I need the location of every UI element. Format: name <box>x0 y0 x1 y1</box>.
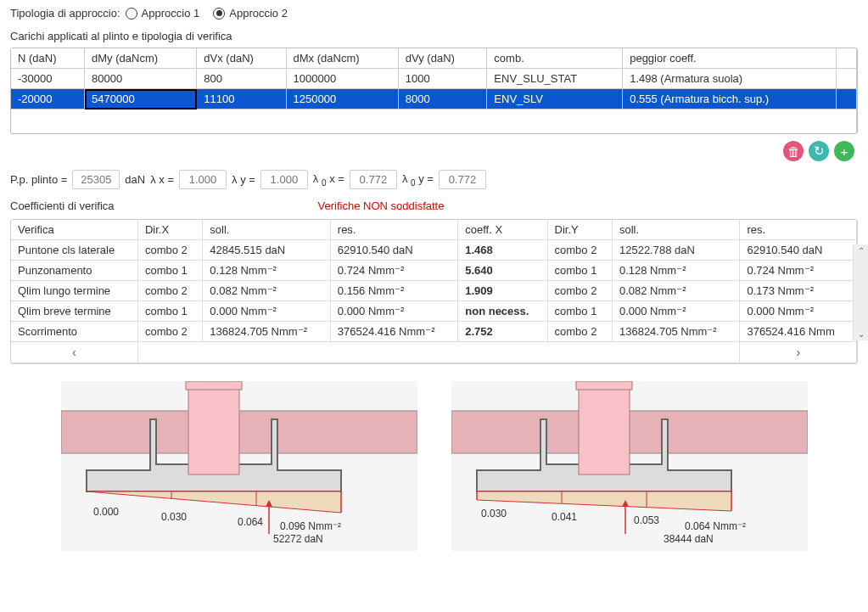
coef-row[interactable]: Puntone cls laterale combo 2 42845.515 d… <box>11 240 857 261</box>
scroll-right-button[interactable]: › <box>740 342 857 363</box>
cell[interactable]: 11100 <box>197 89 286 109</box>
diag-label: 0.064 Nmm⁻² <box>685 520 746 532</box>
coef-row[interactable]: Punzonamento combo 1 0.128 Nmm⁻² 0.724 N… <box>11 261 857 281</box>
refresh-icon: ↻ <box>814 143 825 159</box>
radio-icon <box>213 8 225 20</box>
cell[interactable]: 8000 <box>399 89 488 109</box>
cell: 0.082 Nmm⁻² <box>203 281 330 301</box>
cell[interactable] <box>837 89 857 109</box>
diag-label: 0.041 <box>552 511 577 523</box>
add-button[interactable]: + <box>834 141 854 161</box>
chevron-down-icon[interactable]: ⌄ <box>854 329 868 339</box>
diagrams-area: 0.000 0.030 0.064 0.096 Nmm⁻² 52272 daN … <box>0 364 868 576</box>
lox-label: λ 0 x = <box>313 172 344 188</box>
cell[interactable]: 80000 <box>85 69 197 89</box>
cell: 62910.540 daN <box>740 240 857 261</box>
ly-input[interactable] <box>260 170 308 189</box>
table-empty-row <box>11 109 857 133</box>
cell: Puntone cls laterale <box>11 240 138 261</box>
scroll-track[interactable] <box>138 342 741 363</box>
col-header: Dir.X <box>138 220 203 240</box>
cell[interactable]: -30000 <box>11 69 85 89</box>
cell: 0.173 Nmm⁻² <box>740 281 857 301</box>
verification-warning: Verifiche NON soddisfatte <box>318 199 445 212</box>
diag-label: 38444 daN <box>664 533 714 545</box>
loads-section-title: Carichi applicati al plinto e tipologia … <box>10 30 858 42</box>
cell: 0.000 Nmm⁻² <box>203 301 330 322</box>
cell[interactable]: -20000 <box>11 89 85 109</box>
scroll-left-button[interactable]: ‹ <box>11 342 138 363</box>
cell: 0.724 Nmm⁻² <box>331 261 458 281</box>
diag-label: 0.053 <box>634 514 659 526</box>
approach-selector: Tipologia di approccio: Approccio 1 Appr… <box>0 0 868 26</box>
coef-title: Coefficienti di verifica <box>10 199 115 212</box>
svg-rect-3 <box>186 381 242 390</box>
loy-input[interactable] <box>439 170 486 189</box>
loads-actions: 🗑 ↻ + <box>0 134 868 165</box>
cell: combo 2 <box>548 281 613 301</box>
diag-label: 0.000 <box>93 506 119 518</box>
refresh-button[interactable]: ↻ <box>809 141 829 161</box>
cell[interactable] <box>837 69 857 89</box>
cell[interactable]: 800 <box>197 69 286 89</box>
cell: 376524.416 Nmm <box>740 322 857 342</box>
horizontal-scrollbar[interactable]: ‹ › <box>11 342 857 363</box>
cell: Scorrimento <box>11 322 138 342</box>
chevron-up-icon[interactable]: ⌃ <box>854 246 868 255</box>
cell: 136824.705 Nmm⁻² <box>203 322 330 342</box>
cell[interactable]: ENV_SLU_STAT <box>487 69 623 89</box>
table-row-selected[interactable]: -20000 5470000 11100 1250000 8000 ENV_SL… <box>11 89 857 109</box>
cell: combo 1 <box>548 301 613 322</box>
cell: 0.000 Nmm⁻² <box>613 301 740 322</box>
cell[interactable]: 1000000 <box>287 69 399 89</box>
cell: combo 2 <box>138 240 203 261</box>
pp-label: P.p. plinto = <box>10 173 67 186</box>
lx-label: λ x = <box>150 173 174 186</box>
lox-input[interactable] <box>350 170 397 189</box>
coef-table[interactable]: Verifica Dir.X soll. res. coeff. X Dir.Y… <box>10 219 858 364</box>
radio-approach-1[interactable]: Approccio 1 <box>126 7 200 20</box>
col-header: Dir.Y <box>548 220 613 240</box>
cell: 0.128 Nmm⁻² <box>613 261 740 281</box>
cell[interactable]: 0.555 (Armatura bicch. sup.) <box>623 89 837 109</box>
coef-row[interactable]: Qlim breve termine combo 1 0.000 Nmm⁻² 0… <box>11 301 857 322</box>
cell-active[interactable]: 5470000 <box>85 89 197 109</box>
loy-label: λ 0 y = <box>402 172 434 188</box>
cell[interactable]: ENV_SLV <box>487 89 623 109</box>
cell: combo 1 <box>548 261 613 281</box>
pp-value-input[interactable] <box>72 170 120 189</box>
cell: combo 2 <box>548 322 613 342</box>
coef-row[interactable]: Scorrimento combo 2 136824.705 Nmm⁻² 376… <box>11 322 857 342</box>
coef-header: Coefficienti di verifica Verifiche NON s… <box>0 194 868 219</box>
cell[interactable]: 1250000 <box>287 89 399 109</box>
col-header: soll. <box>203 220 330 240</box>
radio-approach-2[interactable]: Approccio 2 <box>213 7 288 20</box>
table-row[interactable]: -30000 80000 800 1000000 1000 ENV_SLU_ST… <box>11 69 857 89</box>
cell: 1.909 <box>458 281 547 301</box>
cell[interactable]: 1.498 (Armatura suola) <box>623 69 837 89</box>
plus-icon: + <box>841 144 848 159</box>
cell: 5.640 <box>458 261 547 281</box>
cell: 0.724 Nmm⁻² <box>740 261 857 281</box>
cell: 2.752 <box>458 322 547 342</box>
vertical-scrollbar[interactable]: ⌃ ⌄ <box>853 244 868 340</box>
cell: 0.128 Nmm⁻² <box>203 261 330 281</box>
col-header: dVx (daN) <box>197 48 286 69</box>
radio-label: Approccio 2 <box>229 7 288 20</box>
trash-icon: 🗑 <box>787 144 800 159</box>
diag-label: 0.030 <box>161 511 187 523</box>
col-header: dMx (daNcm) <box>287 48 399 69</box>
delete-button[interactable]: 🗑 <box>783 141 804 161</box>
coef-row[interactable]: Qlim lungo termine combo 2 0.082 Nmm⁻² 0… <box>11 281 857 301</box>
cell: 0.000 Nmm⁻² <box>331 301 458 322</box>
col-header: comb. <box>487 48 623 69</box>
col-header: N (daN) <box>11 48 85 69</box>
loads-header-row: N (daN) dMy (daNcm) dVx (daN) dMx (daNcm… <box>11 48 857 69</box>
cell: 0.000 Nmm⁻² <box>740 301 857 322</box>
lx-input[interactable] <box>179 170 227 189</box>
cell[interactable]: 1000 <box>399 69 488 89</box>
cell: 1.468 <box>458 240 547 261</box>
loads-table[interactable]: N (daN) dMy (daNcm) dVx (daN) dMx (daNcm… <box>10 48 858 134</box>
pressure-diagram-right: 0.030 0.041 0.053 0.064 Nmm⁻² 38444 daN <box>451 381 808 551</box>
cell: 0.082 Nmm⁻² <box>613 281 740 301</box>
